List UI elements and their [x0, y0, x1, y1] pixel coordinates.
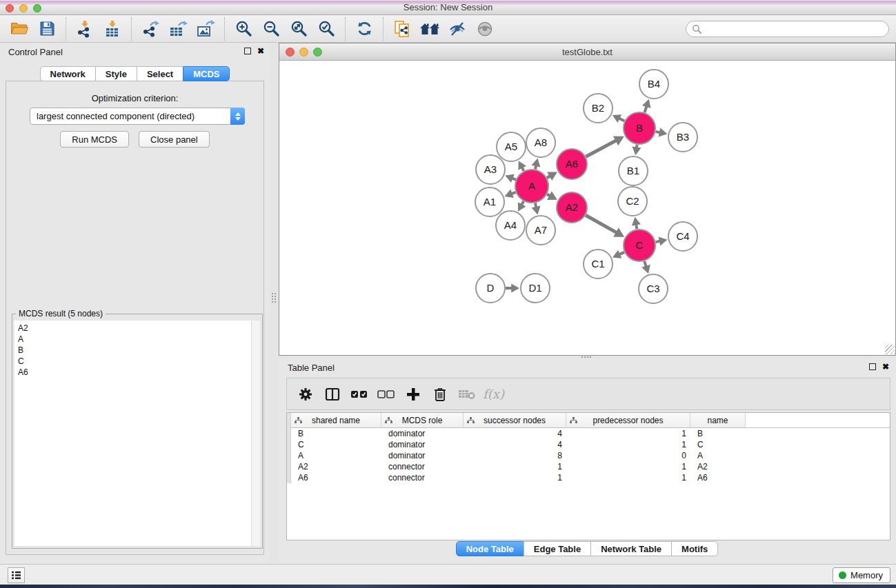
graph-node-label: A7 [535, 224, 547, 236]
mcds-result-item[interactable]: B [18, 345, 251, 356]
zoom-out-icon[interactable] [257, 17, 285, 41]
table-row[interactable]: A2connector11A2 [287, 461, 890, 472]
graph-edge[interactable] [644, 261, 646, 267]
search-icon [692, 24, 701, 34]
control-panel-title: Control Panel [8, 47, 63, 57]
mcds-result-item[interactable]: A [18, 334, 251, 345]
column-header-MCDS-role[interactable]: MCDS role [381, 413, 464, 428]
column-header-shared-name[interactable]: shared name [291, 413, 381, 428]
import-table-icon[interactable] [99, 17, 126, 41]
clone-network-icon[interactable] [388, 17, 416, 41]
save-session-icon[interactable] [33, 17, 61, 41]
delete-table-icon[interactable] [455, 382, 478, 407]
close-panel-button[interactable]: Close panel [139, 131, 210, 148]
table-cell: 1 [566, 428, 690, 439]
mcds-result-group: MCDS result (5 nodes) A2ABCA6 [12, 314, 263, 549]
main-toolbar [0, 15, 896, 43]
table-row[interactable]: Adominator80A [287, 450, 890, 461]
close-panel-icon[interactable]: ✖ [882, 363, 889, 370]
network-window-titlebar[interactable]: testGlobe.txt [279, 43, 895, 61]
network-view-window: testGlobe.txt AA6A2BCA1A3A4A5A7A8B1B2B3B… [279, 43, 896, 356]
graph-node-label: B1 [627, 165, 639, 176]
graph-edge[interactable] [586, 141, 616, 156]
column-header-label: successor nodes [484, 416, 546, 425]
graph-edge[interactable] [586, 215, 617, 232]
toolbar-separator [224, 17, 225, 41]
table-cell: 1 [464, 461, 566, 472]
mcds-result-item[interactable]: C [18, 356, 251, 367]
export-image-icon[interactable] [192, 17, 219, 41]
graph-node-label: B3 [677, 131, 689, 143]
network-canvas[interactable]: AA6A2BCA1A3A4A5A7A8B1B2B3B4C1C2C3C4DD1 [279, 61, 895, 355]
graph-edge[interactable] [619, 119, 624, 121]
table-row[interactable]: Bdominator41B [287, 428, 890, 439]
memory-button[interactable]: Memory [833, 567, 890, 583]
home-icon[interactable] [416, 17, 444, 41]
zoom-selected-icon[interactable] [312, 17, 340, 41]
table-body: Bdominator41BCdominator41CAdominator80AA… [287, 428, 890, 540]
criterion-select[interactable]: largest connected component (directed) [30, 108, 245, 125]
scrollbar-track[interactable] [251, 321, 260, 546]
tab-network[interactable]: Network [40, 66, 96, 81]
show-graphics-details-icon[interactable] [471, 17, 499, 41]
mcds-result-list[interactable]: A2ABCA6 [14, 321, 251, 546]
hide-graphics-details-icon[interactable] [444, 17, 471, 41]
vertical-splitter-grip[interactable] [271, 292, 277, 303]
export-network-icon[interactable] [137, 17, 164, 41]
column-header-successor-nodes[interactable]: successor nodes [464, 413, 566, 428]
edge-arrowhead-icon [511, 283, 519, 292]
delete-column-icon[interactable] [428, 382, 451, 407]
graph-edge[interactable] [636, 224, 637, 229]
search-input[interactable] [705, 24, 883, 34]
table-cell: 0 [566, 450, 690, 461]
zoom-fit-icon[interactable] [285, 17, 312, 41]
mcds-result-item[interactable]: A2 [18, 323, 251, 334]
tab-network-table[interactable]: Network Table [590, 541, 672, 556]
import-network-icon[interactable] [71, 17, 99, 41]
search-field[interactable] [686, 21, 889, 37]
function-builder-icon[interactable]: f(x) [482, 382, 505, 407]
column-layout-icon[interactable] [321, 382, 344, 407]
table-cell: 1 [566, 439, 690, 450]
table-cell: B [690, 428, 746, 439]
graph-node-label: C2 [626, 195, 639, 207]
table-cell: A [291, 450, 381, 461]
add-column-icon[interactable] [401, 382, 424, 407]
graph-edge[interactable] [619, 252, 624, 254]
table-cell: dominator [381, 439, 464, 450]
edge-arrowhead-icon [659, 128, 668, 137]
tab-select[interactable]: Select [137, 66, 183, 81]
export-table-icon[interactable] [164, 17, 192, 41]
table-header-row: shared nameMCDS rolesuccessor nodesprede… [287, 413, 890, 428]
close-panel-icon[interactable]: ✖ [257, 48, 264, 54]
mcds-result-item[interactable]: A6 [18, 367, 251, 378]
column-header-name[interactable]: name [690, 413, 746, 428]
table-toolbar: f(x) [286, 378, 890, 410]
float-panel-icon[interactable] [869, 363, 876, 370]
float-panel-icon[interactable] [244, 48, 251, 54]
graph-edge[interactable] [644, 106, 646, 112]
deselect-all-columns-icon[interactable] [375, 382, 397, 407]
graph-node-label: C1 [591, 258, 604, 270]
column-header-label: predecessor nodes [593, 416, 663, 425]
zoom-in-icon[interactable] [230, 17, 257, 41]
tab-mcds[interactable]: MCDS [183, 66, 230, 81]
select-all-columns-icon[interactable] [348, 382, 370, 407]
table-row[interactable]: Cdominator41C [287, 439, 890, 450]
table-cell: connector [381, 461, 464, 472]
resize-grip-icon[interactable] [885, 345, 895, 354]
tab-node-table[interactable]: Node Table [456, 541, 524, 556]
tab-motifs[interactable]: Motifs [671, 541, 718, 556]
refresh-icon[interactable] [350, 17, 378, 41]
optimization-criterion-label: Optimization criterion: [0, 93, 270, 103]
column-header-predecessor-nodes[interactable]: predecessor nodes [566, 413, 690, 428]
table-row[interactable]: A6connector11A6 [287, 472, 890, 483]
tab-style[interactable]: Style [95, 66, 137, 81]
open-session-icon[interactable] [6, 17, 33, 41]
run-mcds-button[interactable]: Run MCDS [60, 131, 129, 148]
select-stepper-icon [230, 108, 245, 125]
tab-edge-table[interactable]: Edge Table [524, 541, 591, 556]
task-history-button[interactable] [8, 567, 25, 583]
graph-node-label: A6 [566, 158, 578, 170]
settings-gear-icon[interactable] [294, 382, 317, 407]
